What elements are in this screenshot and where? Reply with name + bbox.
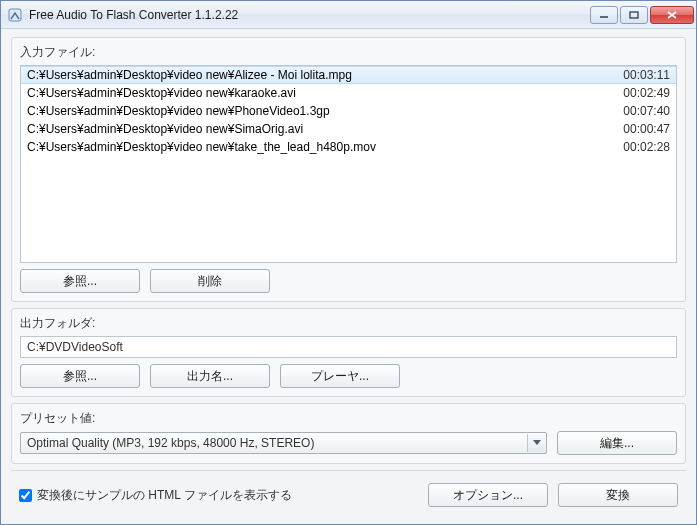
show-sample-checkbox[interactable]: 変換後にサンプルの HTML ファイルを表示する [19,487,292,504]
titlebar: Free Audio To Flash Converter 1.1.2.22 [1,1,696,29]
edit-preset-button[interactable]: 編集... [557,431,677,455]
svg-rect-0 [9,9,21,21]
file-duration: 00:02:49 [615,85,670,101]
file-duration: 00:02:28 [615,139,670,155]
file-path: C:¥Users¥admin¥Desktop¥video new¥SimaOri… [27,121,615,137]
chevron-down-icon [527,434,545,452]
output-name-button[interactable]: 出力名... [150,364,270,388]
file-row[interactable]: C:¥Users¥admin¥Desktop¥video new¥take_th… [21,138,676,156]
file-row[interactable]: C:¥Users¥admin¥Desktop¥video new¥PhoneVi… [21,102,676,120]
browse-output-button[interactable]: 参照... [20,364,140,388]
input-files-label: 入力ファイル: [20,44,677,61]
output-folder-label: 出力フォルダ: [20,315,677,332]
minimize-button[interactable] [590,6,618,24]
input-files-section: 入力ファイル: C:¥Users¥admin¥Desktop¥video new… [11,37,686,302]
app-icon [7,7,23,23]
player-button[interactable]: プレーヤ... [280,364,400,388]
close-button[interactable] [650,6,694,24]
window-title: Free Audio To Flash Converter 1.1.2.22 [29,8,590,22]
preset-section: プリセット値: Optimal Quality (MP3, 192 kbps, … [11,403,686,464]
file-row[interactable]: C:¥Users¥admin¥Desktop¥video new¥Alizee … [21,66,676,84]
bottom-bar: 変換後にサンプルの HTML ファイルを表示する オプション... 変換 [11,477,686,513]
preset-label: プリセット値: [20,410,677,427]
file-row[interactable]: C:¥Users¥admin¥Desktop¥video new¥karaoke… [21,84,676,102]
file-row[interactable]: C:¥Users¥admin¥Desktop¥video new¥SimaOri… [21,120,676,138]
delete-button[interactable]: 削除 [150,269,270,293]
options-button[interactable]: オプション... [428,483,548,507]
main-window: Free Audio To Flash Converter 1.1.2.22 入… [0,0,697,525]
show-sample-checkbox-label: 変換後にサンプルの HTML ファイルを表示する [37,487,292,504]
show-sample-checkbox-input[interactable] [19,489,32,502]
file-duration: 00:07:40 [615,103,670,119]
file-path: C:¥Users¥admin¥Desktop¥video new¥take_th… [27,139,615,155]
convert-button[interactable]: 変換 [558,483,678,507]
client-area: 入力ファイル: C:¥Users¥admin¥Desktop¥video new… [1,29,696,524]
preset-selected-text: Optimal Quality (MP3, 192 kbps, 48000 Hz… [27,436,314,450]
maximize-button[interactable] [620,6,648,24]
output-folder-path[interactable]: C:¥DVDVideoSoft [20,336,677,358]
window-controls [590,6,694,24]
file-duration: 00:00:47 [615,121,670,137]
output-folder-section: 出力フォルダ: C:¥DVDVideoSoft 参照... 出力名... プレー… [11,308,686,397]
file-path: C:¥Users¥admin¥Desktop¥video new¥Alizee … [27,67,615,83]
preset-dropdown[interactable]: Optimal Quality (MP3, 192 kbps, 48000 Hz… [20,432,547,454]
file-path: C:¥Users¥admin¥Desktop¥video new¥PhoneVi… [27,103,615,119]
file-path: C:¥Users¥admin¥Desktop¥video new¥karaoke… [27,85,615,101]
divider [11,470,686,471]
svg-rect-2 [630,12,638,18]
input-file-list[interactable]: C:¥Users¥admin¥Desktop¥video new¥Alizee … [20,65,677,263]
file-duration: 00:03:11 [615,67,670,83]
browse-input-button[interactable]: 参照... [20,269,140,293]
